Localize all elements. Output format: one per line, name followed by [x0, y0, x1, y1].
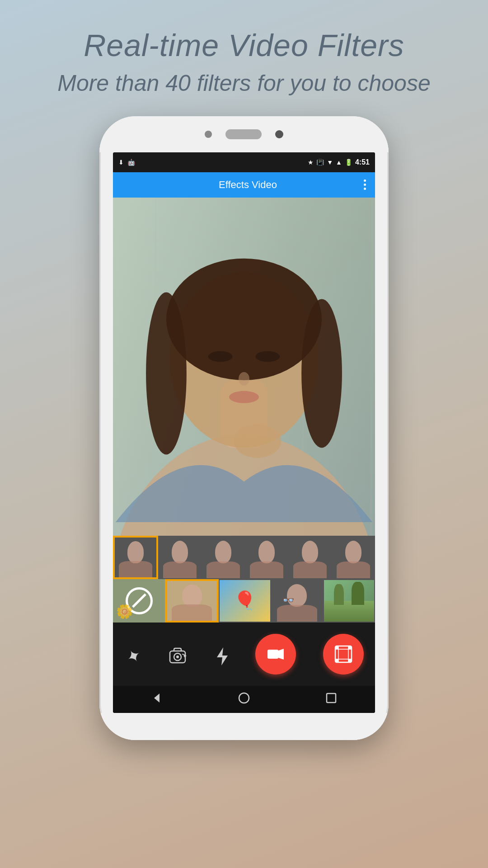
back-icon [150, 692, 163, 704]
gallery-button[interactable] [323, 634, 364, 675]
filter-thumb-bw[interactable] [158, 536, 202, 579]
star-icon: ★ [308, 159, 314, 166]
menu-dot-3 [364, 188, 366, 190]
phone-screen: ⬇ 🤖 ★ 📳 ▼ ▲ 🔋 4:51 Effects Video [113, 152, 375, 713]
svg-point-17 [234, 424, 282, 458]
gallery-film-icon [334, 645, 352, 663]
phone-bottom-hardware [99, 713, 389, 740]
headline-subtitle: More than 40 filters for you to choose [57, 69, 430, 98]
filter-thumb-fade[interactable] [245, 536, 288, 579]
flash-button[interactable] [214, 646, 230, 666]
filter-thumb-cool[interactable] [202, 536, 245, 579]
battery-icon: 🔋 [345, 159, 352, 166]
vibrate-icon: 📳 [316, 159, 324, 166]
android-icon: 🤖 [127, 159, 135, 166]
svg-rect-26 [348, 646, 352, 649]
svg-point-11 [146, 292, 187, 454]
svg-point-20 [176, 656, 179, 658]
filter-thumb-dark[interactable] [332, 536, 375, 579]
status-bar: ⬇ 🤖 ★ 📳 ▼ ▲ 🔋 4:51 [113, 152, 375, 172]
download-icon: ⬇ [118, 159, 124, 166]
filter-thumb-pink[interactable]: 👓 [271, 579, 323, 623]
phone-top-hardware [99, 116, 389, 152]
svg-rect-35 [327, 693, 336, 703]
svg-point-16 [229, 391, 259, 403]
svg-marker-33 [154, 693, 160, 703]
filter-thumb-vintage[interactable] [165, 579, 219, 623]
svg-marker-21 [217, 647, 228, 665]
preview-svg [113, 198, 375, 536]
overflow-menu-button[interactable] [362, 178, 368, 192]
recent-apps-icon [325, 692, 338, 704]
home-icon [238, 692, 250, 704]
flower-emoji: 🌼 [116, 604, 133, 619]
svg-rect-28 [348, 659, 352, 662]
no-filter-line [132, 594, 146, 608]
status-right-icons: ★ 📳 ▼ ▲ 🔋 4:51 [308, 158, 370, 166]
record-video-icon [267, 645, 285, 663]
nav-bar [113, 686, 375, 713]
status-left-icons: ⬇ 🤖 [118, 159, 135, 166]
record-row [244, 629, 375, 679]
svg-point-34 [239, 693, 249, 703]
front-camera-dot [205, 131, 212, 138]
flip-camera-icon [168, 646, 188, 666]
app-title: Effects Video [134, 179, 362, 191]
svg-marker-23 [278, 649, 284, 660]
svg-point-13 [208, 351, 233, 362]
filter-thumb-sky[interactable]: 🎈 [219, 579, 271, 623]
headline-title: Real-time Video Filters [57, 27, 430, 64]
menu-dot-1 [364, 179, 366, 182]
signal-icon: ▲ [336, 159, 342, 166]
back-button[interactable] [137, 687, 177, 712]
flip-camera-button[interactable] [168, 646, 188, 666]
wifi-icon: ▼ [327, 159, 333, 166]
app-tagline: Real-time Video Filters More than 40 fil… [21, 0, 466, 116]
svg-rect-22 [267, 650, 278, 659]
svg-point-10 [166, 258, 322, 380]
svg-line-6 [371, 198, 372, 536]
control-bar: ✦ [113, 623, 375, 686]
svg-point-14 [255, 351, 280, 362]
filter-thumb-none[interactable]: 🌼 [113, 579, 165, 623]
flash-icon [214, 646, 230, 666]
effects-button[interactable]: ✦ [127, 646, 141, 666]
menu-dot-2 [364, 184, 366, 186]
svg-rect-25 [335, 646, 338, 649]
camera-preview [113, 198, 375, 536]
video-preview [113, 198, 375, 536]
filter-thumb-bright[interactable] [288, 536, 332, 579]
svg-rect-27 [335, 659, 338, 662]
home-button[interactable] [224, 687, 264, 712]
phone-speaker [225, 129, 262, 139]
phone-device: ⬇ 🤖 ★ 📳 ▼ ▲ 🔋 4:51 Effects Video [99, 116, 389, 740]
svg-point-12 [301, 299, 342, 448]
recent-apps-button[interactable] [311, 687, 351, 712]
filter-thumb-warm[interactable] [113, 536, 158, 579]
status-time: 4:51 [355, 158, 370, 166]
svg-point-15 [239, 372, 249, 386]
record-button[interactable] [255, 634, 296, 675]
filter-panel: 🌼 🎈 👓 [113, 536, 375, 623]
filter-thumb-landscape[interactable] [323, 579, 375, 623]
earpiece-dot [275, 130, 283, 138]
app-bar: Effects Video [113, 172, 375, 198]
filter-row-2: 🌼 🎈 👓 [113, 579, 375, 623]
wand-icon: ✦ [122, 644, 145, 669]
filter-row-1 [113, 536, 375, 579]
